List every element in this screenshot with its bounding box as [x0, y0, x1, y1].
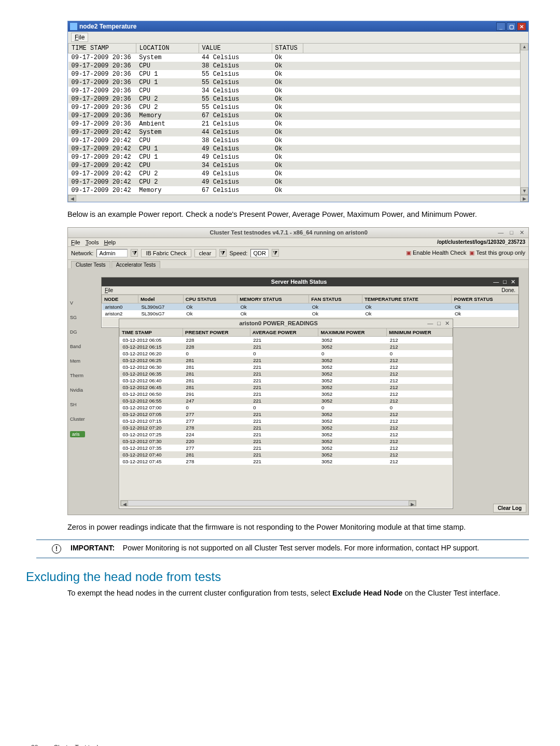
- temperature-row[interactable]: 09-17-2009 20:42CPU34 CelsiusOk: [68, 161, 520, 170]
- power-table: TIME STAMPPRESENT POWERAVERAGE POWERMAXI…: [119, 328, 453, 465]
- temperature-titlebar[interactable]: node2 Temperature _ ▢ ✕: [68, 21, 528, 32]
- power-col-header[interactable]: MINIMUM POWER: [387, 328, 453, 336]
- power-row[interactable]: 03-12-2012 07:352772213052212: [120, 445, 453, 451]
- power-row[interactable]: 03-12-2012 06:200000: [120, 350, 453, 357]
- health-col-header[interactable]: NODE: [102, 295, 138, 303]
- temperature-row[interactable]: 09-17-2009 20:42Memory67 CelsiusOk: [68, 186, 520, 195]
- clear-button[interactable]: clear: [194, 249, 216, 257]
- scroll-down-icon[interactable]: ▼: [521, 187, 528, 195]
- power-max-icon[interactable]: □: [437, 320, 441, 327]
- clear-spin-icon[interactable]: ⧩: [219, 249, 227, 257]
- power-row[interactable]: 03-12-2012 06:252812213052212: [120, 357, 453, 364]
- temperature-row[interactable]: 09-17-2009 20:36CPU 155 CelsiusOk: [68, 78, 520, 87]
- temperature-row[interactable]: 09-17-2009 20:36CPU 255 CelsiusOk: [68, 95, 520, 103]
- temperature-row[interactable]: 09-17-2009 20:36CPU 255 CelsiusOk: [68, 103, 520, 112]
- minimize-button[interactable]: _: [496, 22, 506, 31]
- scroll-up-icon[interactable]: ▲: [521, 43, 528, 50]
- health-col-header[interactable]: Model: [138, 295, 183, 303]
- horizontal-scrollbar[interactable]: ◀ ▶: [68, 195, 528, 202]
- temperature-col-header[interactable]: TIME STAMP: [68, 44, 136, 53]
- power-scroll-left-icon[interactable]: ◀: [121, 501, 128, 506]
- health-col-header[interactable]: TEMPERATURE STATE: [362, 295, 452, 303]
- power-titlebar[interactable]: ariston0 POWER_READINGS —□✕: [119, 319, 453, 328]
- ct-minimize-icon[interactable]: —: [498, 229, 503, 236]
- power-row[interactable]: 03-12-2012 06:552472213052212: [120, 397, 453, 404]
- power-col-header[interactable]: AVERAGE POWER: [250, 328, 318, 336]
- power-row[interactable]: 03-12-2012 07:202782213052212: [120, 424, 453, 431]
- temperature-row[interactable]: 09-17-2009 20:36CPU38 CelsiusOk: [68, 62, 520, 70]
- power-row[interactable]: 03-12-2012 06:502912213052212: [120, 391, 453, 397]
- ct-menu-tools[interactable]: Tools: [86, 239, 99, 245]
- power-row[interactable]: 03-12-2012 06:052282213052212: [120, 336, 453, 343]
- power-col-header[interactable]: MAXIMUM POWER: [318, 328, 387, 336]
- power-row[interactable]: 03-12-2012 07:252242213052212: [120, 431, 453, 438]
- power-close-icon[interactable]: ✕: [445, 320, 450, 327]
- health-col-header[interactable]: POWER STATUS: [452, 295, 519, 303]
- close-button[interactable]: ✕: [517, 22, 526, 31]
- temperature-col-header[interactable]: VALUE: [199, 44, 272, 53]
- temperature-row[interactable]: 09-17-2009 20:36CPU 155 CelsiusOk: [68, 70, 520, 78]
- health-title: Server Health Status: [271, 279, 327, 285]
- temperature-row[interactable]: 09-17-2009 20:36Memory67 CelsiusOk: [68, 112, 520, 120]
- power-row[interactable]: 03-12-2012 07:052772213052212: [120, 411, 453, 418]
- temperature-row[interactable]: 09-17-2009 20:42CPU 149 CelsiusOk: [68, 153, 520, 161]
- ib-fabric-button[interactable]: IB Fabric Check: [141, 249, 191, 257]
- network-field[interactable]: Admin: [96, 249, 128, 257]
- network-spin-icon[interactable]: ⧩: [131, 249, 138, 257]
- temperature-col-header[interactable]: STATUS: [272, 44, 303, 53]
- temperature-row[interactable]: 09-17-2009 20:42CPU38 CelsiusOk: [68, 136, 520, 145]
- health-menu-file[interactable]: File: [105, 287, 113, 293]
- clear-log-button[interactable]: Clear Log: [493, 504, 526, 513]
- temperature-row[interactable]: 09-17-2009 20:42CPU 249 CelsiusOk: [68, 170, 520, 178]
- health-col-header[interactable]: MEMORY STATUS: [237, 295, 309, 303]
- scroll-right-icon[interactable]: ▶: [520, 195, 528, 202]
- speed-field[interactable]: QDR: [250, 249, 268, 257]
- temperature-row[interactable]: 09-17-2009 20:42System44 CelsiusOk: [68, 128, 520, 136]
- health-titlebar[interactable]: Server Health Status —□✕: [102, 278, 519, 286]
- menu-file[interactable]: File: [71, 33, 88, 42]
- power-row[interactable]: 03-12-2012 06:302812213052212: [120, 364, 453, 370]
- health-row[interactable]: ariston0SL390sG7OkOkOkOkOk: [102, 303, 519, 310]
- power-row[interactable]: 03-12-2012 07:402812213052212: [120, 451, 453, 458]
- power-scroll-right-icon[interactable]: ▶: [409, 501, 416, 506]
- temperature-row[interactable]: 09-17-2009 20:36Ambient21 CelsiusOk: [68, 120, 520, 128]
- temperature-row[interactable]: 09-17-2009 20:36CPU34 CelsiusOk: [68, 87, 520, 95]
- health-menubar: File Done.: [102, 286, 519, 295]
- health-max-icon[interactable]: □: [503, 279, 507, 285]
- temperature-row[interactable]: 09-17-2009 20:36System44 CelsiusOk: [68, 53, 520, 62]
- ct-menu-file[interactable]: File: [71, 239, 80, 245]
- power-row[interactable]: 03-12-2012 07:452782213052212: [120, 458, 453, 465]
- temperature-title: node2 Temperature: [79, 23, 136, 30]
- ct-menu-help[interactable]: Help: [104, 239, 116, 245]
- health-close-icon[interactable]: ✕: [511, 279, 515, 285]
- maximize-button[interactable]: ▢: [507, 22, 516, 31]
- power-row[interactable]: 03-12-2012 06:152282213052212: [120, 343, 453, 350]
- power-col-header[interactable]: PRESENT POWER: [183, 328, 250, 336]
- ct-maximize-icon[interactable]: □: [510, 229, 513, 236]
- vertical-scrollbar[interactable]: ▲ ▼: [520, 43, 528, 195]
- ct-close-icon[interactable]: ✕: [520, 229, 524, 236]
- power-min-icon[interactable]: —: [427, 320, 433, 327]
- power-row[interactable]: 03-12-2012 07:000000: [120, 404, 453, 411]
- power-row[interactable]: 03-12-2012 07:152772213052212: [120, 418, 453, 424]
- power-row[interactable]: 03-12-2012 06:352812213052212: [120, 370, 453, 377]
- ct-titlebar[interactable]: Cluster Test testnodes v4.7.1 - x86_64 r…: [68, 228, 528, 238]
- speed-spin-icon[interactable]: ⧩: [272, 249, 279, 257]
- test-group-checkbox[interactable]: Test this group only: [469, 250, 525, 256]
- tab-cluster-tests[interactable]: Cluster Tests: [71, 261, 110, 268]
- tab-accelerator-tests[interactable]: Accelerator Tests: [111, 261, 161, 268]
- health-row[interactable]: ariston2SL390sG7OkOkOkOkOk: [102, 310, 519, 317]
- power-h-scrollbar[interactable]: ◀ ▶: [120, 500, 416, 506]
- power-col-header[interactable]: TIME STAMP: [120, 328, 183, 336]
- power-row[interactable]: 03-12-2012 06:402812213052212: [120, 377, 453, 384]
- temperature-row[interactable]: 09-17-2009 20:42CPU 149 CelsiusOk: [68, 145, 520, 153]
- power-row[interactable]: 03-12-2012 06:452812213052212: [120, 384, 453, 391]
- power-row[interactable]: 03-12-2012 07:302202213052212: [120, 438, 453, 445]
- enable-health-checkbox[interactable]: Enable Health Check: [406, 250, 466, 256]
- temperature-col-header[interactable]: LOCATION: [136, 44, 199, 53]
- scroll-left-icon[interactable]: ◀: [68, 195, 76, 202]
- health-col-header[interactable]: CPU STATUS: [183, 295, 237, 303]
- health-min-icon[interactable]: —: [493, 279, 499, 285]
- temperature-row[interactable]: 09-17-2009 20:42CPU 249 CelsiusOk: [68, 178, 520, 186]
- health-col-header[interactable]: FAN STATUS: [309, 295, 362, 303]
